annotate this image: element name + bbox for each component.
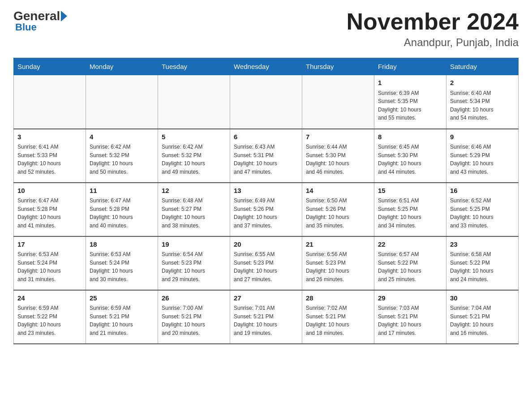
logo-triangle-icon: [61, 11, 67, 21]
calendar-cell: 15Sunrise: 6:51 AM Sunset: 5:25 PM Dayli…: [374, 183, 446, 236]
week-row-2: 3Sunrise: 6:41 AM Sunset: 5:33 PM Daylig…: [14, 129, 519, 183]
day-info: Sunrise: 6:48 AM Sunset: 5:27 PM Dayligh…: [162, 197, 226, 230]
calendar-cell: [86, 75, 158, 129]
day-number: 18: [90, 240, 154, 250]
calendar-cell: 21Sunrise: 6:56 AM Sunset: 5:23 PM Dayli…: [302, 236, 374, 290]
day-info: Sunrise: 6:43 AM Sunset: 5:31 PM Dayligh…: [234, 143, 298, 176]
day-number: 28: [306, 293, 370, 304]
calendar-cell: [302, 75, 374, 129]
day-info: Sunrise: 6:41 AM Sunset: 5:33 PM Dayligh…: [17, 143, 82, 176]
calendar-cell: 24Sunrise: 6:59 AM Sunset: 5:22 PM Dayli…: [14, 290, 86, 344]
calendar-cell: 4Sunrise: 6:42 AM Sunset: 5:32 PM Daylig…: [86, 129, 158, 183]
day-info: Sunrise: 6:51 AM Sunset: 5:25 PM Dayligh…: [378, 197, 442, 230]
day-number: 13: [234, 186, 298, 196]
day-info: Sunrise: 6:47 AM Sunset: 5:28 PM Dayligh…: [17, 197, 82, 230]
calendar-table: SundayMondayTuesdayWednesdayThursdayFrid…: [13, 58, 519, 344]
day-number: 8: [378, 132, 442, 142]
location-title: Anandpur, Punjab, India: [347, 36, 519, 49]
day-number: 23: [450, 240, 515, 250]
day-info: Sunrise: 6:40 AM Sunset: 5:34 PM Dayligh…: [450, 89, 515, 122]
calendar-cell: 27Sunrise: 7:01 AM Sunset: 5:21 PM Dayli…: [230, 290, 302, 344]
day-number: 7: [306, 132, 370, 142]
calendar-cell: 5Sunrise: 6:42 AM Sunset: 5:32 PM Daylig…: [158, 129, 230, 183]
weekday-saturday: Saturday: [446, 58, 519, 75]
calendar-cell: 17Sunrise: 6:53 AM Sunset: 5:24 PM Dayli…: [14, 236, 86, 290]
calendar-cell: 2Sunrise: 6:40 AM Sunset: 5:34 PM Daylig…: [446, 75, 519, 129]
calendar-cell: 10Sunrise: 6:47 AM Sunset: 5:28 PM Dayli…: [14, 183, 86, 236]
day-number: 26: [162, 293, 226, 304]
day-info: Sunrise: 7:00 AM Sunset: 5:21 PM Dayligh…: [162, 304, 226, 337]
day-number: 9: [450, 132, 515, 142]
day-number: 12: [162, 186, 226, 196]
day-info: Sunrise: 7:03 AM Sunset: 5:21 PM Dayligh…: [378, 304, 442, 337]
day-number: 5: [162, 132, 226, 142]
week-row-4: 17Sunrise: 6:53 AM Sunset: 5:24 PM Dayli…: [14, 236, 519, 290]
calendar-cell: [230, 75, 302, 129]
calendar-cell: 18Sunrise: 6:53 AM Sunset: 5:24 PM Dayli…: [86, 236, 158, 290]
day-number: 29: [378, 293, 442, 304]
calendar-cell: 9Sunrise: 6:46 AM Sunset: 5:29 PM Daylig…: [446, 129, 519, 183]
calendar-cell: 14Sunrise: 6:50 AM Sunset: 5:26 PM Dayli…: [302, 183, 374, 236]
calendar-cell: 20Sunrise: 6:55 AM Sunset: 5:23 PM Dayli…: [230, 236, 302, 290]
calendar-cell: 26Sunrise: 7:00 AM Sunset: 5:21 PM Dayli…: [158, 290, 230, 344]
day-info: Sunrise: 7:02 AM Sunset: 5:21 PM Dayligh…: [306, 304, 370, 337]
calendar-cell: 16Sunrise: 6:52 AM Sunset: 5:25 PM Dayli…: [446, 183, 519, 236]
week-row-1: 1Sunrise: 6:39 AM Sunset: 5:35 PM Daylig…: [14, 75, 519, 129]
day-info: Sunrise: 6:50 AM Sunset: 5:26 PM Dayligh…: [306, 197, 370, 230]
calendar-cell: 6Sunrise: 6:43 AM Sunset: 5:31 PM Daylig…: [230, 129, 302, 183]
calendar-cell: 19Sunrise: 6:54 AM Sunset: 5:23 PM Dayli…: [158, 236, 230, 290]
day-info: Sunrise: 6:52 AM Sunset: 5:25 PM Dayligh…: [450, 197, 515, 230]
day-info: Sunrise: 6:47 AM Sunset: 5:28 PM Dayligh…: [90, 197, 154, 230]
week-row-5: 24Sunrise: 6:59 AM Sunset: 5:22 PM Dayli…: [14, 290, 519, 344]
calendar-cell: 25Sunrise: 6:59 AM Sunset: 5:21 PM Dayli…: [86, 290, 158, 344]
calendar-cell: 22Sunrise: 6:57 AM Sunset: 5:22 PM Dayli…: [374, 236, 446, 290]
weekday-header-row: SundayMondayTuesdayWednesdayThursdayFrid…: [14, 58, 519, 75]
calendar-cell: 3Sunrise: 6:41 AM Sunset: 5:33 PM Daylig…: [14, 129, 86, 183]
day-number: 25: [90, 293, 154, 304]
logo-blue: Blue: [15, 21, 37, 33]
weekday-sunday: Sunday: [14, 58, 86, 75]
day-number: 21: [306, 240, 370, 250]
weekday-thursday: Thursday: [302, 58, 374, 75]
calendar-cell: [14, 75, 86, 129]
day-number: 4: [90, 132, 154, 142]
day-number: 22: [378, 240, 442, 250]
day-info: Sunrise: 6:44 AM Sunset: 5:30 PM Dayligh…: [306, 143, 370, 176]
day-info: Sunrise: 6:57 AM Sunset: 5:22 PM Dayligh…: [378, 250, 442, 283]
calendar-cell: 11Sunrise: 6:47 AM Sunset: 5:28 PM Dayli…: [86, 183, 158, 236]
day-info: Sunrise: 6:55 AM Sunset: 5:23 PM Dayligh…: [234, 250, 298, 283]
calendar-cell: 28Sunrise: 7:02 AM Sunset: 5:21 PM Dayli…: [302, 290, 374, 344]
logo: General Blue: [13, 9, 68, 33]
calendar-cell: 1Sunrise: 6:39 AM Sunset: 5:35 PM Daylig…: [374, 75, 446, 129]
day-info: Sunrise: 6:59 AM Sunset: 5:22 PM Dayligh…: [17, 304, 82, 337]
day-info: Sunrise: 6:42 AM Sunset: 5:32 PM Dayligh…: [90, 143, 154, 176]
day-info: Sunrise: 7:04 AM Sunset: 5:21 PM Dayligh…: [450, 304, 515, 337]
day-info: Sunrise: 6:46 AM Sunset: 5:29 PM Dayligh…: [450, 143, 515, 176]
month-title: November 2024: [347, 9, 519, 34]
day-number: 2: [450, 78, 515, 88]
calendar-cell: 8Sunrise: 6:45 AM Sunset: 5:30 PM Daylig…: [374, 129, 446, 183]
day-number: 3: [17, 132, 82, 142]
day-number: 20: [234, 240, 298, 250]
day-info: Sunrise: 6:54 AM Sunset: 5:23 PM Dayligh…: [162, 250, 226, 283]
calendar-cell: 7Sunrise: 6:44 AM Sunset: 5:30 PM Daylig…: [302, 129, 374, 183]
week-row-3: 10Sunrise: 6:47 AM Sunset: 5:28 PM Dayli…: [14, 183, 519, 236]
day-number: 10: [17, 186, 82, 196]
day-number: 27: [234, 293, 298, 304]
calendar-cell: 23Sunrise: 6:58 AM Sunset: 5:22 PM Dayli…: [446, 236, 519, 290]
day-info: Sunrise: 6:59 AM Sunset: 5:21 PM Dayligh…: [90, 304, 154, 337]
day-number: 1: [378, 78, 442, 88]
day-number: 17: [17, 240, 82, 250]
day-info: Sunrise: 6:42 AM Sunset: 5:32 PM Dayligh…: [162, 143, 226, 176]
calendar-body: 1Sunrise: 6:39 AM Sunset: 5:35 PM Daylig…: [14, 75, 519, 344]
day-number: 14: [306, 186, 370, 196]
day-number: 19: [162, 240, 226, 250]
day-info: Sunrise: 6:49 AM Sunset: 5:26 PM Dayligh…: [234, 197, 298, 230]
calendar-cell: 29Sunrise: 7:03 AM Sunset: 5:21 PM Dayli…: [374, 290, 446, 344]
day-info: Sunrise: 6:39 AM Sunset: 5:35 PM Dayligh…: [378, 89, 442, 122]
header: General Blue November 2024 Anandpur, Pun…: [13, 9, 519, 49]
day-info: Sunrise: 6:58 AM Sunset: 5:22 PM Dayligh…: [450, 250, 515, 283]
weekday-wednesday: Wednesday: [230, 58, 302, 75]
weekday-monday: Monday: [86, 58, 158, 75]
calendar-cell: 13Sunrise: 6:49 AM Sunset: 5:26 PM Dayli…: [230, 183, 302, 236]
